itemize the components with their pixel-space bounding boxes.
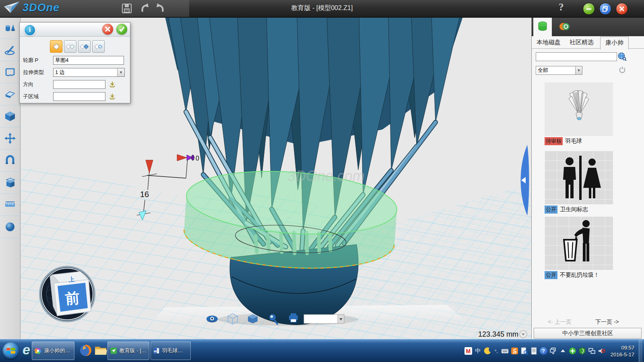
taskbar-window-word[interactable]: W 羽毛球教程.docx ...	[151, 341, 191, 360]
view-cube-front-label: 前	[64, 290, 80, 307]
tray-deg-icon[interactable]: °,	[493, 347, 499, 355]
extrude-type-value: 1 边	[55, 69, 65, 76]
subregion-label: 子区域	[23, 93, 53, 100]
item-meta: 公开 卫生间标志	[545, 206, 613, 214]
eraser-icon[interactable]	[0, 83, 20, 105]
item-thumbnail[interactable]	[545, 216, 613, 270]
next-page-link[interactable]: 下一页 ->	[595, 319, 619, 326]
combine-icon[interactable]	[0, 172, 20, 194]
library-search-input[interactable]	[536, 52, 617, 61]
item-label: 不要乱扔垃圾！	[560, 272, 599, 279]
library-item-shuttlecock[interactable]: 待审核 羽毛球	[545, 82, 613, 145]
mode-2side-button[interactable]	[64, 40, 76, 53]
tray-keyboard-icon[interactable]	[501, 347, 509, 355]
extrude-type-select[interactable]: 1 边 ▼	[53, 68, 125, 77]
internet-explorer-icon[interactable]: e	[23, 342, 30, 358]
mode-1side-button[interactable]	[50, 40, 62, 53]
item-meta: 公开 不要乱扔垃圾！	[545, 271, 613, 279]
tray-shield-icon[interactable]	[578, 347, 586, 355]
status-badge: 待审核	[545, 137, 563, 145]
pick-subregion-icon[interactable]	[109, 93, 116, 100]
watermark: 3DOne.com	[287, 168, 365, 184]
svg-text:W: W	[154, 350, 157, 353]
tab-local-library[interactable]	[533, 17, 552, 36]
subtab-community-featured[interactable]: 社区精选	[570, 39, 594, 46]
minimize-button[interactable]	[583, 3, 595, 15]
help-button[interactable]: ?	[559, 2, 564, 13]
3done-app-icon	[110, 346, 117, 356]
taskbar-window-label: 羽毛球教程.docx ...	[162, 347, 188, 354]
dialog-confirm-button[interactable]	[116, 24, 127, 35]
tray-expand-icon[interactable]	[559, 347, 567, 355]
profile-label: 轮廓 P	[23, 57, 53, 64]
taskbar-window-3done[interactable]: 教育版 - [模型00...	[107, 341, 149, 360]
tray-m-icon[interactable]: M	[464, 347, 472, 355]
tray-moon-icon[interactable]	[484, 347, 491, 355]
library-item-no-littering[interactable]: 公开 不要乱扔垃圾！	[545, 216, 613, 279]
visibility-eye-icon[interactable]	[206, 316, 218, 323]
scale-readout-dropdown[interactable]	[520, 331, 527, 338]
mode-symmetric-button[interactable]	[78, 40, 91, 53]
panel-subtabs: 本地磁盘 社区精选 康小帅	[532, 36, 644, 49]
windows-taskbar: e 康小帅的个人创... 教育版 - [模型00... W	[0, 339, 644, 362]
library-filter-select[interactable]: 全部 ▼	[536, 66, 582, 75]
surface-icon[interactable]	[0, 61, 20, 83]
dialog-cancel-button[interactable]	[102, 24, 113, 35]
tray-network-icon[interactable]	[588, 347, 596, 355]
firefox-icon[interactable]	[79, 343, 93, 357]
community-site-button[interactable]: 中小学三维创意社区	[534, 328, 642, 339]
tray-ime-lang-icon[interactable]: 中	[474, 347, 482, 355]
move-icon[interactable]	[0, 128, 20, 150]
taskbar-window-label: 教育版 - [模型00...	[120, 347, 147, 354]
prev-page-link[interactable]: <- 上一页	[548, 319, 572, 326]
search-icon[interactable]	[617, 51, 627, 61]
title-bar: 3DOne 教育版 - [模型002.Z1] ?	[0, 0, 644, 18]
render-sphere-icon[interactable]	[0, 216, 20, 238]
library-item-restroom-sign[interactable]: 公开 卫生间标志	[545, 151, 613, 214]
measure-icon[interactable]	[0, 194, 20, 216]
show-desktop-button[interactable]	[639, 339, 642, 362]
subtab-user[interactable]: 康小帅	[600, 37, 629, 49]
assembly-magnet-icon[interactable]	[0, 150, 20, 172]
item-thumbnail[interactable]	[545, 151, 613, 204]
field-subregion: 子区域	[23, 92, 130, 101]
taskbar-window-browser[interactable]: 康小帅的个人创...	[32, 341, 74, 360]
tray-restore-window-icon[interactable]	[549, 347, 557, 355]
extrude-type-label: 拉伸类型	[23, 69, 53, 76]
chevron-down-icon[interactable]: ▼	[575, 66, 582, 74]
subregion-input[interactable]	[53, 92, 105, 101]
sketch-icon[interactable]	[0, 39, 20, 61]
tray-clock[interactable]: 09:57 2016-5-17	[611, 344, 634, 358]
tab-community[interactable]	[555, 17, 574, 36]
system-tray: M 中 °, ?	[464, 339, 642, 362]
dimension-value: 16	[140, 190, 149, 199]
close-button[interactable]	[616, 3, 628, 15]
basic-solids-icon[interactable]	[0, 17, 20, 39]
filter-value: 全部	[538, 67, 548, 74]
chevron-down-icon[interactable]: ▼	[117, 68, 124, 76]
item-thumbnail[interactable]	[545, 82, 613, 136]
tray-doc-search-icon[interactable]	[520, 347, 528, 355]
tray-document-icon[interactable]	[530, 347, 538, 355]
mode-total-button[interactable]	[92, 40, 105, 53]
tray-help-icon[interactable]: ?	[540, 347, 547, 355]
scale-readout: 123.345 mm	[478, 330, 518, 338]
subtab-local-disk[interactable]: 本地磁盘	[537, 39, 561, 46]
tray-volume-muted-icon[interactable]	[598, 347, 605, 355]
tray-360-safe-icon[interactable]	[569, 347, 576, 355]
feature-cube-icon[interactable]	[0, 105, 20, 128]
left-toolbar	[0, 17, 21, 339]
direction-input[interactable]	[53, 80, 105, 89]
info-icon[interactable]: i	[24, 24, 36, 36]
refresh-power-icon[interactable]	[619, 66, 626, 73]
profile-input[interactable]	[53, 56, 124, 65]
window-title: 教育版 - [模型002.Z1]	[0, 4, 644, 12]
maximize-button[interactable]	[599, 3, 611, 15]
field-extrude-type: 拉伸类型 1 边 ▼	[23, 68, 130, 77]
pick-direction-icon[interactable]	[109, 81, 116, 88]
view-cube[interactable]: 上 前	[40, 267, 95, 321]
word-icon: W	[153, 346, 159, 356]
start-button[interactable]	[2, 342, 19, 359]
explorer-folder-icon[interactable]	[94, 344, 107, 356]
tray-sogou-icon[interactable]	[511, 347, 518, 355]
